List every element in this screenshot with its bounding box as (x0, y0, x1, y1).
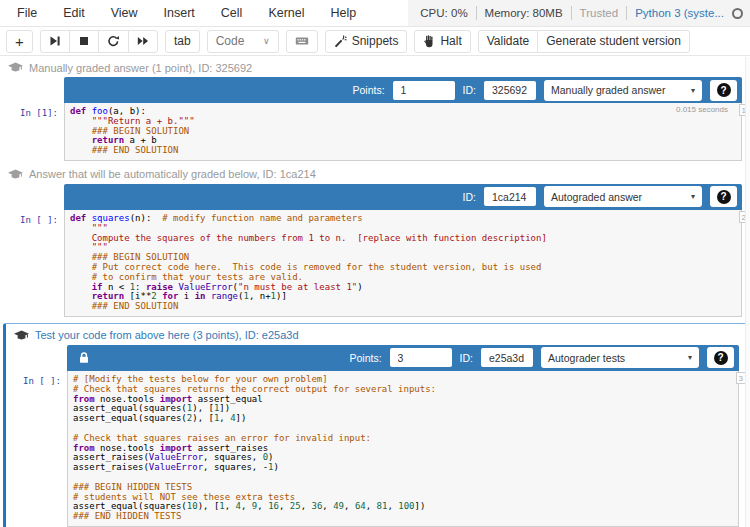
cell-type-value: Code (216, 34, 245, 48)
cell-type-dropdown[interactable]: Code ∨ (207, 30, 279, 53)
halt-label: Halt (440, 34, 461, 48)
id-label: ID: (463, 84, 476, 96)
menu-items: File Edit View Insert Cell Kernel Help (0, 0, 369, 26)
input-prompt: In [ ]: (0, 184, 64, 317)
add-cell-button[interactable]: + (6, 30, 33, 53)
snippets-button[interactable]: Snippets (325, 30, 408, 53)
caret-down-icon: ▾ (691, 86, 695, 95)
question-mark-icon: ? (717, 190, 731, 204)
code-editor[interactable]: # [Modify the tests below for your own p… (67, 371, 739, 527)
validate-button[interactable]: Validate (478, 30, 538, 53)
caret-down-icon: ▾ (688, 353, 692, 362)
cell-header-text: Answer that will be automatically graded… (29, 168, 316, 180)
cpu-usage: CPU: 0% (420, 7, 467, 19)
menu-help[interactable]: Help (318, 6, 370, 20)
code-editor[interactable]: def squares(n): # modify function name a… (64, 210, 742, 317)
interrupt-kernel-button[interactable] (69, 30, 99, 53)
nbgrader-toolbar: Points: ID: Manually graded answer ▾ ? (64, 77, 742, 103)
selected-cell-outline: Test your code from above here (3 points… (3, 323, 748, 527)
nbgrader-toolbar: Points: ID: Autograder tests ▾ ? (67, 345, 739, 371)
trusted-badge: Trusted (580, 7, 619, 19)
cell-header-text: Manually graded answer (1 point), ID: 32… (29, 62, 252, 74)
menu-kernel[interactable]: Kernel (255, 6, 317, 20)
status-bar: CPU: 0% Memory: 80MB Trusted Python 3 (s… (408, 0, 750, 26)
help-button[interactable]: ? (710, 186, 737, 207)
divider (626, 6, 627, 20)
code-editor[interactable]: def foo(a, b): """Return a + b.""" ### B… (64, 103, 742, 161)
question-mark-icon: ? (714, 351, 728, 365)
code-cell: In [ ]: ID: Autograded answer ▾ ? def sq… (0, 184, 750, 317)
input-prompt: In [1]: (0, 77, 64, 161)
lock-icon (77, 351, 91, 365)
menu-insert[interactable]: Insert (151, 6, 208, 20)
stop-icon (78, 35, 90, 47)
code-cell: In [1]: Points: ID: Manually graded answ… (0, 77, 750, 161)
cell-type-value: Manually graded answer (551, 84, 665, 96)
nbgrader-cell-header: Answer that will be automatically graded… (8, 167, 750, 182)
cell-id-input[interactable] (481, 348, 533, 367)
graduation-cap-icon (8, 62, 23, 73)
notebook-toolbar: + tab Code ∨ Snippets Halt Validate Gene… (0, 27, 750, 56)
snippets-label: Snippets (352, 34, 399, 48)
cell-type-value: Autograder tests (548, 352, 625, 364)
menu-view[interactable]: View (98, 6, 151, 20)
command-palette-button[interactable] (286, 30, 318, 53)
run-icon (49, 35, 61, 47)
nbgrader-cell-type-select[interactable]: Manually graded answer ▾ (544, 80, 702, 101)
restart-icon (107, 35, 120, 47)
nbgrader-cell-header: Manually graded answer (1 point), ID: 32… (8, 60, 750, 75)
code-cell: In [ ]: Points: ID: Autograder tests ▾ (6, 345, 747, 527)
fast-forward-icon (137, 35, 149, 47)
points-input[interactable] (393, 81, 455, 100)
question-mark-icon: ? (717, 83, 731, 97)
nbgrader-button-group: Validate Generate student version (478, 30, 690, 53)
points-label: Points: (352, 84, 384, 96)
nbgrader-cell-type-select[interactable]: Autograded answer ▾ (544, 186, 702, 207)
halt-button[interactable]: Halt (414, 30, 470, 53)
menu-edit[interactable]: Edit (50, 6, 98, 20)
run-cell-button[interactable] (40, 30, 70, 53)
keyboard-icon (295, 35, 309, 47)
points-input[interactable] (390, 348, 452, 367)
kernel-name[interactable]: Python 3 (syste... (635, 7, 724, 19)
run-button-group (40, 30, 158, 53)
restart-kernel-button[interactable] (98, 30, 129, 53)
graduation-cap-icon (14, 330, 29, 341)
divider (571, 6, 572, 20)
menu-cell[interactable]: Cell (208, 6, 256, 20)
tab-button[interactable]: tab (165, 30, 200, 53)
cell-section-2: Answer that will be automatically graded… (0, 167, 750, 317)
execution-time: 0.015 seconds (676, 105, 728, 114)
menu-bar: File Edit View Insert Cell Kernel Help C… (0, 0, 750, 27)
help-button[interactable]: ? (710, 80, 737, 101)
notebook-area: Manually graded answer (1 point), ID: 32… (0, 56, 750, 527)
cell-section-1: Manually graded answer (1 point), ID: 32… (0, 60, 750, 161)
chevron-down-icon: ∨ (263, 36, 270, 46)
hand-icon (423, 35, 435, 48)
menu-file[interactable]: File (4, 6, 50, 20)
cell-section-3: Test your code from above here (3 points… (6, 328, 747, 527)
magic-wand-icon (334, 35, 347, 48)
id-label: ID: (460, 352, 473, 364)
input-prompt: In [ ]: (6, 345, 67, 527)
plus-icon: + (15, 34, 24, 49)
nbgrader-cell-type-select[interactable]: Autograder tests ▾ (541, 347, 699, 368)
vertical-scrollbar[interactable] (745, 57, 750, 527)
graduation-cap-icon (8, 169, 23, 180)
help-button[interactable]: ? (707, 347, 734, 368)
nbgrader-cell-header: Test your code from above here (3 points… (14, 328, 747, 343)
cell-id-input[interactable] (484, 187, 536, 206)
cell-id-input[interactable] (484, 81, 536, 100)
id-label: ID: (463, 191, 476, 203)
cell-type-value: Autograded answer (551, 191, 642, 203)
restart-run-all-button[interactable] (128, 30, 158, 53)
points-label: Points: (349, 352, 381, 364)
generate-student-version-button[interactable]: Generate student version (537, 30, 690, 53)
divider (476, 6, 477, 20)
memory-usage: Memory: 80MB (485, 7, 563, 19)
kernel-idle-icon (732, 8, 743, 19)
caret-down-icon: ▾ (691, 192, 695, 201)
cell-header-text: Test your code from above here (3 points… (35, 329, 299, 341)
nbgrader-toolbar: ID: Autograded answer ▾ ? (64, 184, 742, 210)
